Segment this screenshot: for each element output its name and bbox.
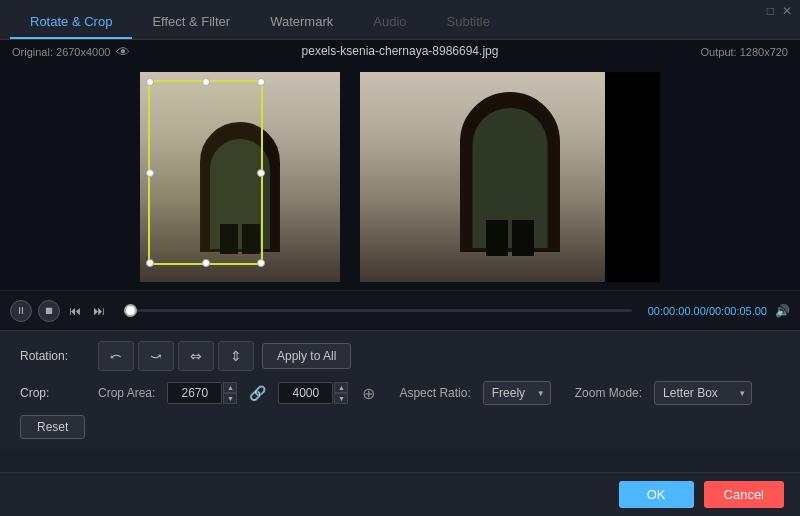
- apply-to-all-button[interactable]: Apply to All: [262, 343, 351, 369]
- next-frame-button[interactable]: ⏭: [90, 302, 108, 320]
- volume-icon[interactable]: 🔊: [775, 304, 790, 318]
- zoom-mode-dropdown[interactable]: Letter Box Pan & Scan Full: [654, 381, 752, 405]
- crop-height-input[interactable]: [278, 382, 333, 404]
- tab-rotate-crop[interactable]: Rotate & Crop: [10, 6, 132, 39]
- reset-button[interactable]: Reset: [20, 415, 85, 439]
- rotate-left-button[interactable]: ⤺: [98, 341, 134, 371]
- chair-right-2: [512, 220, 534, 256]
- preview-left: [140, 72, 340, 282]
- rotation-row: Rotation: ⤺ ⤻ ⇔ ⇕ Apply to All: [20, 341, 780, 371]
- height-up-button[interactable]: ▲: [334, 382, 348, 393]
- crop-handle-ml[interactable]: [146, 169, 154, 177]
- minimize-button[interactable]: □: [767, 4, 774, 18]
- zoom-label: Zoom Mode:: [575, 386, 642, 400]
- chair-right-1: [486, 220, 508, 256]
- prev-frame-button[interactable]: ⏮: [66, 302, 84, 320]
- original-info: Original: 2670x4000 👁: [12, 44, 130, 60]
- width-down-button[interactable]: ▼: [223, 393, 237, 404]
- time-display: 00:00:00.00/00:00:05.00: [648, 305, 767, 317]
- rotation-label: Rotation:: [20, 349, 90, 363]
- close-button[interactable]: ✕: [782, 4, 792, 18]
- crop-handle-bl[interactable]: [146, 259, 154, 267]
- controls-section: Rotation: ⤺ ⤻ ⇔ ⇕ Apply to All Crop: Cro…: [0, 330, 800, 449]
- crop-handle-mr[interactable]: [257, 169, 265, 177]
- cancel-button[interactable]: Cancel: [704, 481, 784, 508]
- scrubber-track[interactable]: [124, 309, 632, 312]
- black-right-bar: [605, 72, 660, 282]
- aspect-ratio-dropdown[interactable]: Freely 16:9 4:3 1:1 9:16: [483, 381, 551, 405]
- width-spinners: ▲ ▼: [223, 382, 237, 404]
- crosshair-icon: ⊕: [362, 384, 375, 403]
- flip-vertical-button[interactable]: ⇕: [218, 341, 254, 371]
- crop-width-input[interactable]: [167, 382, 222, 404]
- canvas-area: [0, 64, 800, 290]
- tab-effect-filter[interactable]: Effect & Filter: [132, 6, 250, 39]
- tab-watermark[interactable]: Watermark: [250, 6, 353, 39]
- timeline-controls: ⏸ ⏹ ⏮ ⏭: [10, 300, 108, 322]
- rotate-right-button[interactable]: ⤻: [138, 341, 174, 371]
- timeline-bar: ⏸ ⏹ ⏮ ⏭ 00:00:00.00/00:00:05.00 🔊: [0, 290, 800, 330]
- zoom-mode-dropdown-wrap: Letter Box Pan & Scan Full: [654, 381, 752, 405]
- stop-button[interactable]: ⏹: [38, 300, 60, 322]
- crop-handle-bc[interactable]: [202, 259, 210, 267]
- scrubber-thumb[interactable]: [124, 304, 137, 317]
- crop-area-label: Crop Area:: [98, 386, 155, 400]
- window-controls: □ ✕: [767, 4, 792, 18]
- crop-row: Crop: Crop Area: ▲ ▼ 🔗 ▲ ▼ ⊕ Aspect Rati…: [20, 381, 780, 405]
- tab-bar: Rotate & Crop Effect & Filter Watermark …: [0, 0, 800, 40]
- height-input-group: ▲ ▼: [278, 382, 348, 404]
- link-icon: 🔗: [249, 385, 266, 401]
- ok-button[interactable]: OK: [619, 481, 694, 508]
- crop-handle-br[interactable]: [257, 259, 265, 267]
- preview-area: Original: 2670x4000 👁 pexels-ksenia-cher…: [0, 40, 800, 330]
- crop-handle-tc[interactable]: [202, 78, 210, 86]
- original-label: Original: 2670x4000: [12, 46, 110, 58]
- flip-horizontal-button[interactable]: ⇔: [178, 341, 214, 371]
- rotation-buttons: ⤺ ⤻ ⇔ ⇕: [98, 341, 254, 371]
- aspect-ratio-dropdown-wrap: Freely 16:9 4:3 1:1 9:16: [483, 381, 551, 405]
- crop-label: Crop:: [20, 386, 90, 400]
- bottom-bar: OK Cancel: [0, 472, 800, 516]
- output-label: Output: 1280x720: [701, 46, 788, 58]
- crop-box[interactable]: [148, 80, 263, 265]
- preview-filename: pexels-ksenia-chernaya-8986694.jpg: [302, 44, 499, 58]
- tab-subtitle: Subtitle: [427, 6, 510, 39]
- crop-handle-tl[interactable]: [146, 78, 154, 86]
- preview-info-bar: Original: 2670x4000 👁 pexels-ksenia-cher…: [0, 40, 800, 64]
- width-up-button[interactable]: ▲: [223, 382, 237, 393]
- tab-audio: Audio: [353, 6, 426, 39]
- eye-icon[interactable]: 👁: [116, 44, 130, 60]
- chairs-right: [480, 216, 540, 256]
- height-down-button[interactable]: ▼: [334, 393, 348, 404]
- preview-right: [360, 72, 660, 282]
- aspect-label: Aspect Ratio:: [399, 386, 470, 400]
- width-input-group: ▲ ▼: [167, 382, 237, 404]
- height-spinners: ▲ ▼: [334, 382, 348, 404]
- play-pause-button[interactable]: ⏸: [10, 300, 32, 322]
- reset-row: Reset: [20, 415, 780, 439]
- crop-handle-tr[interactable]: [257, 78, 265, 86]
